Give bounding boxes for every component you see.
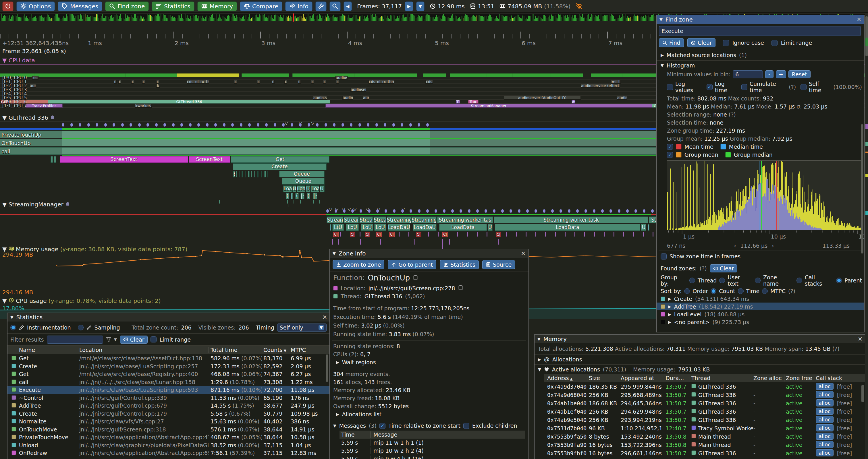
sample-dot[interactable] (62, 123, 64, 127)
cpu-thread-chip[interactable]: audio.service (effect) (581, 84, 620, 88)
sample-dot[interactable] (426, 209, 429, 213)
zone-bar-|[interactable]: | (291, 193, 293, 199)
message-tick[interactable] (467, 232, 468, 236)
show-zone-time-checkbox[interactable] (661, 254, 666, 260)
sample-dot[interactable] (197, 123, 200, 127)
message-tick[interactable] (332, 239, 333, 244)
found-zone-group-row[interactable]: ▶LoadLevel(18) 406.88 µs (657, 310, 864, 318)
message-tick[interactable] (428, 232, 429, 236)
message-tick[interactable] (516, 232, 517, 236)
alloc-callstack-button[interactable]: alloc (816, 399, 834, 406)
cpu-thread-chip[interactable]: cds_ol_rx_threa (369, 80, 394, 84)
zone-bar-loaddata[interactable]: LoU (374, 224, 386, 231)
cpu-thread-chip[interactable]: c (142, 80, 145, 84)
zone-bar-queue[interactable]: Queue (282, 178, 324, 185)
sample-dot[interactable] (560, 209, 562, 213)
sample-dot[interactable] (451, 209, 454, 213)
prev-frame-button[interactable]: ◀ (343, 1, 352, 11)
find-zone-histogram[interactable] (667, 160, 862, 229)
cpu-thread-chip[interactable]: audio.se (313, 96, 327, 100)
close-icon[interactable]: ✕ (858, 335, 863, 342)
sample-dot[interactable] (384, 123, 386, 127)
zone-bar[interactable] (268, 171, 268, 177)
close-icon[interactable]: ✕ (521, 250, 526, 257)
sample-dot[interactable] (493, 209, 495, 213)
copy-clipboard-button[interactable] (413, 275, 418, 281)
sample-dot[interactable] (343, 209, 345, 213)
zone-bar-u[interactable]: U (292, 186, 296, 192)
sample-dot[interactable] (206, 123, 209, 127)
sample-dot[interactable] (308, 123, 310, 127)
frame-set-dropdown[interactable]: ▼ (416, 1, 425, 11)
zone-bar[interactable] (51, 156, 53, 163)
table-row-privatetouchmove[interactable]: PrivateTouchMovejni/../jni/src/claw/appl… (7, 433, 330, 441)
message-tick[interactable] (575, 232, 575, 236)
sample-dot[interactable] (113, 123, 115, 127)
sample-dot[interactable] (138, 123, 141, 127)
sample-dot[interactable] (460, 209, 462, 213)
table-row-get[interactable]: Get/mnt/e/claw/src/claw/base/Registry.hp… (7, 370, 330, 378)
sample-dot[interactable] (350, 123, 352, 127)
sample-dot[interactable] (526, 209, 529, 213)
instrumentation-radio[interactable] (10, 325, 16, 330)
cpu-thread-chip[interactable]: audio. (342, 96, 353, 100)
cpu-thread-chip[interactable]: audios (336, 76, 347, 79)
sample-dot[interactable] (359, 123, 361, 127)
sample-dot[interactable] (576, 209, 579, 213)
collapsed-zone-marker[interactable]: ▽ (311, 121, 314, 126)
table-row-call[interactable]: calljni/../jni/../../../src/claw/base/Lu… (7, 378, 330, 386)
increment-button[interactable]: + (776, 70, 786, 78)
message-tick[interactable] (643, 232, 644, 236)
sample-dot[interactable] (79, 123, 81, 127)
found-zone-group-row[interactable]: ▶Create(54,131) 643.34 ms (657, 295, 864, 302)
message-tick[interactable] (338, 239, 339, 244)
sort-by-time-radio[interactable] (738, 288, 744, 294)
sample-dot[interactable] (291, 123, 293, 127)
sample-dot[interactable] (367, 123, 369, 127)
group-by-thread-radio[interactable] (689, 277, 695, 283)
column-header-call-stack[interactable]: Call stack (816, 375, 842, 381)
cpu-zone-bar[interactable]: Tracy Profiler (25, 104, 63, 108)
legend-checkbox[interactable]: ✓ (667, 152, 673, 158)
sample-dot[interactable] (163, 123, 166, 127)
sample-dot[interactable] (326, 209, 329, 213)
column-header-name[interactable]: Name (19, 347, 35, 353)
options-button[interactable]: Options (17, 1, 55, 11)
message-tick[interactable] (477, 232, 478, 236)
sample-dot[interactable] (409, 123, 412, 127)
sample-dot[interactable] (189, 123, 192, 127)
sample-dot[interactable] (593, 209, 595, 213)
sample-dot[interactable] (426, 123, 429, 127)
zone-bar-loaddata[interactable]: LoadData (439, 224, 487, 231)
sample-dot[interactable] (651, 209, 654, 213)
message-tick[interactable] (506, 232, 507, 236)
zone-bar-([interactable]: ( (286, 193, 289, 199)
table-row-onredraw[interactable]: OnRedrawjni/../jni/src/claw/application/… (7, 449, 330, 457)
zone-bar-streaming-task[interactable]: Streaming (411, 217, 437, 223)
cpu-thread-chip[interactable]: audio (617, 96, 627, 100)
copy-clipboard-button[interactable] (458, 285, 463, 291)
allocation-row[interactable]: 0x7553b9fa9016 bytes153,722,396ns13:50.8… (544, 440, 865, 449)
sample-dot[interactable] (147, 123, 149, 127)
funnel-dropdown-arrow[interactable]: ▼ (114, 337, 117, 341)
reset-button[interactable]: Reset (788, 70, 811, 78)
cpu-zone-bar[interactable]: Ti (456, 100, 460, 104)
collapse-icon[interactable]: ▼ (333, 251, 336, 256)
compare-button[interactable]: Compare (240, 1, 282, 11)
zone-bar-|~[interactable]: |~ (313, 193, 317, 199)
message-row[interactable]: 5.59 smip 9 w 4 h 4 (16) (340, 455, 525, 459)
table-row-ontouchmove[interactable]: OnTouchMovejni/../jni/src/guif/Screen.cp… (7, 425, 330, 433)
allocation-row[interactable]: 0x74ab1be040186.68 KB294,645,364ns13:50.… (544, 399, 865, 407)
cpu-thread-chip[interactable]: c (336, 80, 339, 84)
cpu-thread-chip[interactable]: cds_ol_rx_thr (187, 80, 209, 84)
column-header-address[interactable]: Address ▲ (547, 375, 573, 381)
sample-dot[interactable] (435, 209, 437, 213)
sample-dot[interactable] (568, 209, 570, 213)
zone-bar-queue[interactable]: Queue (279, 171, 324, 177)
allocation-row[interactable]: 0x7553b9fbf016 bytes296,661,146ns13:50.7… (544, 449, 865, 457)
tools-button[interactable] (315, 1, 327, 11)
find-zone-button[interactable]: Find zone (105, 1, 149, 11)
collapse-icon[interactable]: ▼ (10, 315, 13, 320)
zone-bar[interactable] (251, 171, 252, 177)
zone-bar-streaming-task[interactable]: Streaming worker tas (437, 217, 493, 223)
